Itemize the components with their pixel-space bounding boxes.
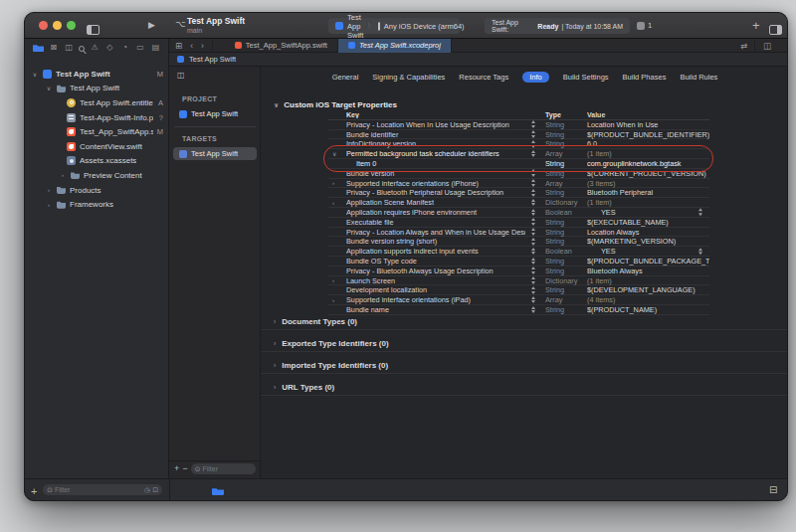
report-navigator-icon[interactable]: ▤ xyxy=(150,43,161,52)
issue-badge-icon[interactable] xyxy=(637,22,645,30)
tree-item-products[interactable]: › Products xyxy=(25,183,169,198)
back-icon[interactable]: ‹ xyxy=(186,41,197,51)
tree-item-assets[interactable]: Assets.xcassets xyxy=(25,154,169,169)
property-row[interactable]: Privacy - Location When In Use Usage Des… xyxy=(328,120,709,130)
value-stepper[interactable] xyxy=(693,209,707,217)
disclosure-closed-icon[interactable]: › xyxy=(328,277,346,283)
navigator-filter-field[interactable]: ⊙ ◷ ⊡ xyxy=(43,484,162,495)
recent-filter-icon[interactable]: ◷ xyxy=(144,486,150,493)
property-row[interactable]: ›Supported interface orientations (iPad)… xyxy=(328,295,709,305)
related-items-icon[interactable]: ⇄ xyxy=(736,41,751,51)
breadcrumb[interactable]: Test App Swift xyxy=(189,55,236,64)
tree-item-project-root[interactable]: ∨ Test App Swift M xyxy=(25,67,169,82)
toggle-inspector-icon[interactable] xyxy=(769,21,782,39)
issue-count[interactable]: 1 xyxy=(648,21,652,30)
property-row[interactable]: Bundle identifierString$(PRODUCT_BUNDLE_… xyxy=(328,130,709,140)
disclosure-open-icon[interactable]: ∨ xyxy=(31,71,39,78)
toggle-debug-area-icon[interactable]: ⊟ xyxy=(769,485,777,495)
disclosure-open-icon[interactable]: ∨ xyxy=(45,85,53,91)
source-control-filter-icon[interactable]: ⊡ xyxy=(152,486,158,493)
activity-status[interactable]: Test App Swift: Ready | Today at 10:58 A… xyxy=(485,18,630,34)
property-row[interactable]: Bundle nameString$(PRODUCT_NAME) xyxy=(328,305,709,315)
key-stepper[interactable] xyxy=(525,209,540,217)
project-item[interactable]: Test App Swift xyxy=(173,107,257,120)
project-navigator-icon[interactable] xyxy=(33,38,44,56)
tree-item-group[interactable]: ∨ Test App Swift xyxy=(25,82,169,96)
remove-target-button[interactable]: − xyxy=(182,464,187,473)
key-stepper[interactable] xyxy=(525,276,540,284)
key-stepper[interactable] xyxy=(525,296,540,304)
disclosure-closed-icon[interactable]: › xyxy=(45,202,53,208)
forward-icon[interactable]: › xyxy=(197,41,213,51)
hide-project-list-icon[interactable]: ◫ xyxy=(177,72,185,80)
key-stepper[interactable] xyxy=(525,199,540,207)
value-stepper[interactable] xyxy=(693,248,707,256)
key-stepper[interactable] xyxy=(525,189,540,197)
property-row[interactable]: Bundle OS Type codeString$(PRODUCT_BUNDL… xyxy=(328,257,709,266)
tab-build-rules[interactable]: Build Rules xyxy=(680,73,717,82)
test-navigator-icon[interactable]: ◇ xyxy=(104,43,115,52)
key-stepper[interactable] xyxy=(525,218,540,226)
close-window-button[interactable] xyxy=(39,21,48,30)
key-stepper[interactable] xyxy=(525,228,540,236)
key-stepper[interactable] xyxy=(525,306,540,314)
issue-navigator-icon[interactable]: ⚠ xyxy=(90,43,100,52)
project-breadcrumb-icon[interactable] xyxy=(212,487,224,495)
zoom-window-button[interactable] xyxy=(67,21,76,30)
destination-name[interactable]: Any iOS Device (arm64) xyxy=(384,22,465,31)
tab-swift-file[interactable]: Test_App_SwiftApp.swift xyxy=(225,39,338,53)
key-stepper[interactable] xyxy=(525,120,540,128)
library-add-icon[interactable]: + xyxy=(752,19,760,32)
find-navigator-icon[interactable] xyxy=(79,38,85,56)
target-item-selected[interactable]: Test App Swift xyxy=(173,147,257,160)
recent-files-icon[interactable]: ⊞ xyxy=(169,41,186,51)
scheme-name[interactable]: Test App Swift xyxy=(347,13,363,40)
tree-item-frameworks[interactable]: › Frameworks xyxy=(25,197,169,212)
property-row[interactable]: Privacy - Location Always and When in Us… xyxy=(328,228,709,238)
minimize-window-button[interactable] xyxy=(53,21,62,30)
key-stepper[interactable] xyxy=(525,258,540,266)
tab-build-settings[interactable]: Build Settings xyxy=(563,73,609,82)
property-row[interactable]: Application requires iPhone environmentB… xyxy=(328,208,709,218)
key-stepper[interactable] xyxy=(525,179,540,187)
add-file-button[interactable]: + xyxy=(31,486,37,497)
tree-item-info-plist[interactable]: Test-App-Swift-Info.plist ? xyxy=(25,110,169,125)
tab-xcodeproj[interactable]: Test App Swift.xcodeproj xyxy=(338,39,452,53)
symbol-navigator-icon[interactable]: ◫ xyxy=(64,43,75,52)
disclosure-closed-icon[interactable]: › xyxy=(59,172,67,178)
property-row[interactable]: Privacy - Bluetooth Always Usage Descrip… xyxy=(328,266,709,276)
tab-build-phases[interactable]: Build Phases xyxy=(623,73,667,82)
targets-filter-field[interactable]: ⊙ xyxy=(191,463,256,474)
disclosure-closed-icon[interactable]: › xyxy=(328,297,346,303)
key-stepper[interactable] xyxy=(525,266,540,274)
tab-general[interactable]: General xyxy=(332,73,359,82)
section-imported-type-identifiers[interactable]: ›Imported Type Identifiers (0) xyxy=(274,361,388,370)
tree-item-entitlements[interactable]: Test App Swift.entitlements A xyxy=(25,95,169,110)
run-button[interactable]: ▶ xyxy=(148,21,155,30)
property-row[interactable]: ›Launch ScreenDictionary(1 item) xyxy=(328,276,709,286)
breakpoint-navigator-icon[interactable]: ▭ xyxy=(135,43,146,52)
source-control-navigator-icon[interactable]: ⊠ xyxy=(48,43,59,52)
tab-info[interactable]: Info xyxy=(522,72,549,83)
disclosure-closed-icon[interactable]: › xyxy=(328,200,346,206)
targets-filter-input[interactable] xyxy=(202,465,252,472)
property-row[interactable]: Development localizationString$(DEVELOPM… xyxy=(328,285,709,295)
tree-item-preview-content[interactable]: › Preview Content xyxy=(25,168,169,183)
disclosure-closed-icon[interactable]: › xyxy=(328,180,346,186)
tab-signing-capabilities[interactable]: Signing & Capabilities xyxy=(372,73,445,82)
property-row[interactable]: Bundle version string (short)String$(MAR… xyxy=(328,237,709,247)
property-row[interactable]: ›Application Scene ManifestDictionary(1 … xyxy=(328,198,709,208)
property-row[interactable]: Privacy - Bluetooth Peripheral Usage Des… xyxy=(328,188,709,198)
custom-properties-section-header[interactable]: ∨ Custom iOS Target Properties xyxy=(274,100,397,109)
toggle-navigator-icon[interactable] xyxy=(87,21,100,39)
add-target-button[interactable]: + xyxy=(174,464,179,473)
section-exported-type-identifiers[interactable]: ›Exported Type Identifiers (0) xyxy=(274,339,389,348)
key-stepper[interactable] xyxy=(525,130,540,138)
tree-item-contentview[interactable]: ContentView.swift xyxy=(25,139,169,154)
property-row[interactable]: Executable fileString$(EXECUTABLE_NAME) xyxy=(328,218,709,228)
navigator-filter-input[interactable] xyxy=(55,486,142,493)
section-document-types[interactable]: ›Document Types (0) xyxy=(274,317,357,326)
scheme-selector[interactable]: Test App Swift 〉 Any iOS Device (arm64) xyxy=(328,18,460,34)
tab-resource-tags[interactable]: Resource Tags xyxy=(459,73,508,82)
debug-navigator-icon[interactable]: ◔ xyxy=(119,43,130,52)
